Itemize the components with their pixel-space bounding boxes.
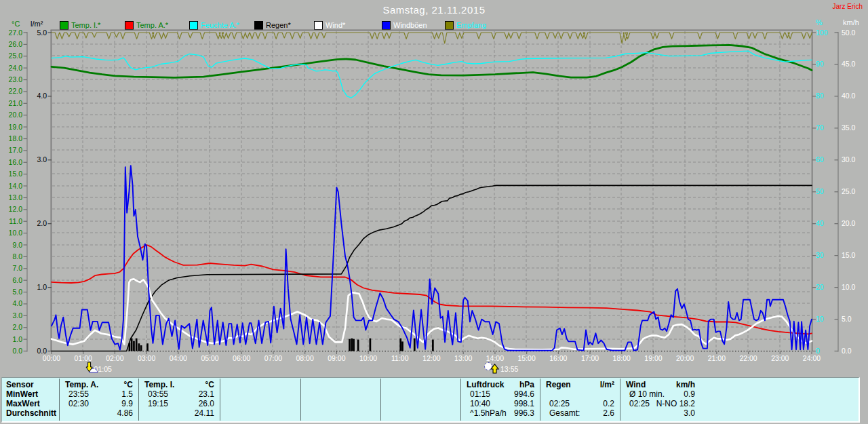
- marker-moonset-label: 01:05: [94, 365, 112, 373]
- humidity-axis-label: 70: [816, 123, 824, 132]
- temp-axis-label: 27.0: [9, 28, 23, 37]
- x-axis-label: 20:00: [676, 354, 694, 362]
- rain-axis-label: 5.0: [37, 28, 47, 37]
- temp-axis-label: 22.0: [9, 87, 23, 95]
- table-column-separator: [460, 379, 461, 421]
- x-axis-label: 08:00: [296, 354, 314, 362]
- weather-day-chart: 0.01.02.03.04.05.06.07.08.09.010.011.012…: [0, 0, 868, 377]
- humidity-axis-label: 10: [816, 315, 824, 323]
- x-axis-label: 19:00: [644, 354, 662, 362]
- table-col-regen-value: 0.2: [542, 400, 614, 408]
- wind-axis-label: 30.0: [842, 155, 856, 163]
- humidity-axis-label: 40: [816, 219, 824, 227]
- table-col-temp_a-value: 9.9: [62, 400, 133, 408]
- temp-axis-label: 0.0: [12, 347, 22, 355]
- table-col-regen-value: 2.6: [542, 409, 614, 418]
- x-axis-label: 13:00: [454, 354, 472, 362]
- table-col-wind-value: 0.9: [623, 390, 695, 399]
- plot-border-left: [51, 30, 52, 351]
- temp-axis-label: 1.0: [12, 335, 22, 343]
- weather-chart-window: { "title": "Samstag, 21.11.2015", "autho…: [0, 0, 868, 424]
- table-row-label: Durchschnitt: [6, 409, 56, 418]
- x-axis-label: 02:00: [106, 354, 123, 362]
- table-col-luftdruck-value: 994.6: [463, 390, 534, 399]
- temp-axis-label: 2.0: [12, 323, 22, 331]
- temp-axis-label: 14.0: [9, 182, 23, 190]
- rain-bar: [351, 339, 353, 351]
- rain-axis-label: 1.0: [37, 283, 47, 291]
- x-axis-label: 11:00: [391, 354, 409, 362]
- statistics-table: SensorMinWertMaxWertDurchschnittTemp. A.…: [1, 377, 860, 423]
- humidity-axis-label: 90: [816, 60, 824, 68]
- table-row-label: MinWert: [6, 390, 38, 399]
- table-row-label: Sensor: [6, 381, 34, 389]
- marker-moonrise-icon: [485, 363, 499, 374]
- temp-axis-label: 4.0: [12, 299, 22, 307]
- table-column-separator: [540, 379, 540, 421]
- plot-border-right: [812, 30, 813, 351]
- temp-axis-label: 11.0: [9, 217, 22, 225]
- temp-axis-label: 24.0: [9, 64, 23, 72]
- rain-axis-label: 4.0: [37, 92, 47, 100]
- x-axis-label: 00:00: [43, 354, 60, 362]
- x-axis-label: 24:00: [803, 354, 821, 362]
- wind-axis-label: 35.0: [842, 123, 856, 132]
- rain-bar: [136, 339, 138, 351]
- table-column-separator: [220, 379, 220, 421]
- temp-axis-label: 5.0: [12, 288, 22, 296]
- temp-axis-label: 16.0: [9, 158, 23, 166]
- x-axis-label: 17:00: [581, 354, 599, 362]
- rain-bar: [349, 339, 351, 351]
- x-axis-label: 14:00: [486, 354, 504, 362]
- rain-bar: [146, 343, 149, 351]
- temp-axis-label: 6.0: [12, 276, 22, 284]
- x-axis-label: 15:00: [517, 354, 535, 362]
- x-axis-label: 12:00: [422, 354, 440, 362]
- wind-axis-label: 5.0: [842, 315, 852, 323]
- wind-axis-label: 0.0: [842, 347, 852, 355]
- table-col-temp_i-value: 26.0: [141, 400, 214, 408]
- x-axis-label: 03:00: [138, 354, 155, 362]
- table-col-luftdruck-value: 996.3: [463, 409, 534, 418]
- table-col-temp_i-value: 24.11: [141, 409, 214, 418]
- x-axis-label: 16:00: [549, 354, 567, 362]
- table-column-separator: [300, 379, 301, 421]
- marker-moonrise-label: 13:55: [500, 365, 518, 373]
- wind-axis-label: 45.0: [842, 60, 856, 68]
- temp-axis-label: 20.0: [9, 111, 23, 119]
- table-col-wind-value: N-NO 18.2: [623, 400, 695, 408]
- x-axis-label: 23:00: [771, 354, 789, 362]
- humidity-axis-label: 80: [816, 92, 824, 100]
- rain-bar: [140, 345, 142, 351]
- table-col-temp_a-unit: °C: [62, 381, 133, 389]
- rain-bar: [399, 339, 401, 351]
- table-col-regen-unit: l/m²: [542, 381, 614, 389]
- rain-axis-label: 3.0: [37, 155, 47, 163]
- wind-axis-label: 15.0: [842, 251, 856, 259]
- temp-axis-label: 19.0: [9, 123, 23, 131]
- table-column-separator: [380, 379, 381, 421]
- temp-axis-label: 12.0: [9, 205, 23, 213]
- table-column-separator: [138, 379, 139, 421]
- humidity-axis-label: 30: [816, 251, 824, 259]
- table-column-separator: [59, 379, 60, 421]
- rain-bar: [138, 343, 140, 351]
- wind-axis-label: 10.0: [842, 283, 856, 291]
- x-axis-label: 21:00: [708, 354, 726, 362]
- table-col-wind-unit: km/h: [623, 381, 695, 389]
- table-row-label: MaxWert: [6, 400, 40, 408]
- x-axis-label: 07:00: [264, 354, 282, 362]
- rain-bar: [401, 341, 403, 351]
- temp-axis-label: 15.0: [9, 170, 23, 178]
- x-axis-label: 04:00: [170, 354, 187, 362]
- table-col-wind-value: 3.0: [623, 409, 695, 418]
- rain-axis-label: 2.0: [37, 219, 47, 227]
- table-col-luftdruck-value: 998.1: [463, 400, 534, 408]
- wind-axis-label: 25.0: [842, 187, 856, 195]
- x-axis-label: 06:00: [233, 354, 250, 362]
- rain-bar: [432, 340, 434, 351]
- temp-axis-label: 9.0: [12, 241, 22, 249]
- wind-axis-label: 40.0: [842, 92, 856, 100]
- temp-axis-label: 18.0: [9, 134, 23, 142]
- temp-axis-label: 7.0: [12, 264, 22, 272]
